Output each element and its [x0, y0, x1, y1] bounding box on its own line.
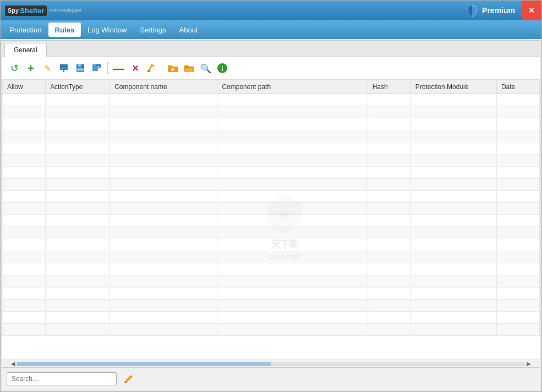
table-row [3, 191, 540, 203]
save-icon [75, 63, 85, 73]
table-row [3, 179, 540, 191]
search-input[interactable] [7, 372, 117, 385]
table-row [3, 288, 540, 300]
svg-text:i: i [221, 64, 223, 73]
info-icon: i [217, 63, 228, 74]
col-hash: Hash [368, 80, 410, 94]
title-bar-left: Spy Shelter Anti-Keylogger [5, 5, 81, 16]
svg-rect-5 [78, 64, 81, 67]
svg-rect-10 [98, 67, 101, 68]
title-bar-right: Premium ✕ [459, 1, 541, 20]
table-row [3, 300, 540, 312]
table-wrapper: 安 安下载 anxz.com Allow ActionType Componen… [2, 80, 540, 360]
edit-button[interactable]: ✎ [40, 60, 55, 76]
new-folder-icon [167, 63, 178, 73]
rules-table: Allow ActionType Component name Componen… [2, 80, 540, 336]
table-row [3, 324, 540, 336]
table-row [3, 130, 540, 142]
delete-button[interactable]: ✕ [127, 60, 143, 76]
scrollbar-track[interactable] [17, 362, 525, 366]
table-row [3, 118, 540, 130]
content-area: General ↺ + ✎ [2, 40, 540, 390]
menu-bar: Protection Rules Log Window Settings Abo… [1, 20, 541, 39]
table-row [3, 106, 540, 118]
premium-badge: Premium [459, 4, 522, 17]
col-allow: Allow [3, 80, 46, 94]
table-header-row: Allow ActionType Component name Componen… [3, 80, 540, 94]
scroll-right-arrow[interactable]: ▶ [525, 361, 532, 367]
premium-shield-icon [466, 4, 479, 17]
menu-item-logwindow[interactable]: Log Window [81, 23, 134, 37]
menu-item-about[interactable]: About [172, 23, 204, 37]
svg-rect-15 [171, 69, 174, 70]
main-window: Spy Shelter Anti-Keylogger Premium ✕ Pro… [0, 0, 542, 392]
scroll-left-arrow[interactable]: ◀ [10, 361, 17, 367]
table-row [3, 167, 540, 179]
table-row [3, 312, 540, 324]
menu-item-settings[interactable]: Settings [134, 23, 173, 37]
table-row [3, 154, 540, 167]
svg-point-12 [147, 70, 151, 72]
menu-item-protection[interactable]: Protection [3, 23, 48, 37]
export-icon [92, 63, 102, 73]
open-folder-icon [184, 63, 195, 73]
table-row [3, 215, 540, 227]
search-clear-button[interactable] [121, 371, 136, 387]
close-button[interactable]: ✕ [522, 1, 541, 20]
svg-line-13 [152, 65, 154, 67]
scrollbar-thumb[interactable] [17, 362, 271, 366]
search-pencil-icon [123, 373, 134, 384]
refresh-icon: ↺ [10, 62, 19, 74]
open-folder-button[interactable] [182, 60, 197, 76]
import-icon [59, 63, 69, 73]
save-button[interactable] [73, 60, 88, 76]
logo-spy-text: Spy [8, 7, 19, 14]
table-container[interactable]: Allow ActionType Component name Componen… [2, 80, 540, 360]
table-row [3, 94, 540, 106]
col-protectionmodule: Protection Module [410, 80, 496, 94]
logo-box: Spy Shelter [5, 5, 47, 16]
svg-rect-6 [77, 68, 84, 71]
broom-icon [146, 63, 156, 73]
remove-line-button[interactable]: — [111, 60, 126, 76]
search-bar [2, 367, 540, 390]
add-icon: + [28, 62, 34, 75]
logo-shelter-text: Shelter [20, 7, 44, 15]
add-button[interactable]: + [23, 60, 39, 76]
edit-icon: ✎ [44, 63, 51, 74]
info-button[interactable]: i [215, 60, 230, 76]
clear-button[interactable] [144, 60, 159, 76]
tab-general[interactable]: General [4, 43, 47, 57]
title-bar: Spy Shelter Anti-Keylogger Premium ✕ [1, 1, 541, 20]
export-button[interactable] [89, 60, 105, 76]
app-logo: Spy Shelter Anti-Keylogger [5, 5, 81, 16]
table-row [3, 203, 540, 215]
toolbar-separator-1 [107, 62, 108, 74]
table-row [3, 275, 540, 288]
table-row [3, 142, 540, 154]
tab-bar: General [2, 41, 540, 57]
table-row [3, 239, 540, 251]
col-componentname: Component name [110, 80, 217, 94]
new-folder-button[interactable] [165, 60, 180, 76]
table-row [3, 251, 540, 263]
import-button[interactable] [56, 60, 72, 76]
remove-line-icon: — [113, 63, 124, 74]
toolbar-separator-2 [162, 62, 162, 74]
logo-subtitle: Anti-Keylogger [49, 8, 81, 13]
menu-item-rules[interactable]: Rules [48, 23, 81, 37]
col-actiontype: ActionType [46, 80, 110, 94]
col-componentpath: Component path [217, 80, 368, 94]
table-row [3, 227, 540, 239]
col-date: Date [496, 80, 539, 94]
search-toolbar-icon: 🔍 [200, 63, 211, 74]
table-row [3, 263, 540, 275]
toolbar: ↺ + ✎ [2, 57, 540, 80]
table-body [3, 94, 540, 336]
premium-label: Premium [482, 6, 515, 15]
horizontal-scrollbar[interactable]: ◀ ▶ [2, 360, 540, 367]
delete-icon: ✕ [132, 63, 139, 74]
search-toolbar-button[interactable]: 🔍 [198, 60, 213, 76]
refresh-button[interactable]: ↺ [7, 60, 22, 76]
